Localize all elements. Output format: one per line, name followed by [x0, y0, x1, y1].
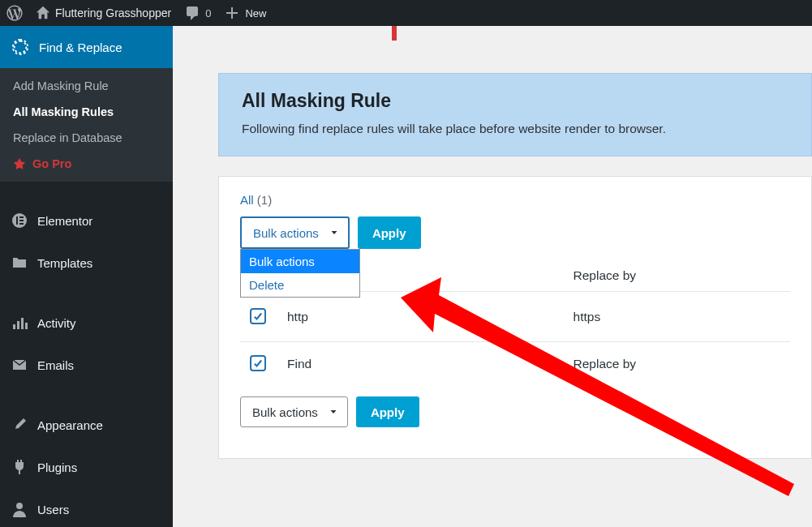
row-checkbox[interactable] [250, 308, 266, 324]
comment-count: 0 [205, 7, 211, 19]
new-content-link[interactable]: New [217, 0, 273, 26]
tab-all-count: (1) [257, 193, 272, 207]
check-icon [252, 311, 264, 322]
sidebar-sub-replace-db[interactable]: Replace in Database [0, 125, 173, 151]
row-find-value: http [277, 292, 564, 342]
plus-icon [224, 5, 240, 21]
column-replace: Replace by [564, 260, 790, 292]
filter-tabs: All (1) [240, 193, 790, 207]
update-marker [392, 26, 397, 41]
svg-rect-8 [25, 323, 28, 329]
brush-icon [11, 417, 28, 433]
sidebar-current-label: Find & Replace [39, 41, 122, 54]
bulk-actions-bottom: Bulk actions Apply [240, 396, 790, 427]
sidebar-item-find-replace[interactable]: Find & Replace [0, 26, 173, 68]
select-all-footer[interactable] [250, 355, 266, 371]
svg-point-9 [16, 503, 23, 509]
svg-rect-3 [19, 220, 24, 221]
svg-rect-5 [13, 324, 15, 329]
user-icon [11, 501, 28, 517]
chevron-down-icon [329, 227, 340, 238]
svg-rect-7 [21, 318, 24, 329]
bulk-actions-top: Bulk actions Bulk actions Delete Apply [240, 216, 790, 249]
sidebar-item-appearance[interactable]: Appearance [0, 404, 173, 446]
page-title: All Masking Rule [242, 90, 788, 112]
home-icon [36, 6, 50, 20]
bulk-option-delete[interactable]: Delete [241, 273, 359, 297]
svg-rect-1 [16, 216, 18, 225]
comments-link[interactable]: 0 [178, 0, 217, 26]
activity-icon [11, 315, 28, 331]
find-replace-icon [11, 38, 29, 56]
new-label: New [245, 7, 266, 19]
sidebar-item-emails[interactable]: Emails [0, 344, 173, 386]
row-replace-value: https [564, 292, 790, 342]
sidebar-sub-all-rules[interactable]: All Masking Rules [0, 99, 173, 125]
comment-icon [184, 5, 200, 21]
sidebar-item-activity[interactable]: Activity [0, 302, 173, 344]
sidebar-item-users[interactable]: Users [0, 488, 173, 527]
apply-button-bottom[interactable]: Apply [356, 396, 419, 427]
folder-icon [11, 255, 28, 271]
sidebar-submenu: Add Masking Rule All Masking Rules Repla… [0, 68, 173, 182]
chevron-down-icon [328, 406, 339, 418]
wp-logo[interactable] [0, 0, 29, 26]
footer-find[interactable]: Find [277, 342, 564, 386]
star-icon [13, 157, 26, 170]
email-icon [11, 357, 28, 373]
bulk-dropdown: Bulk actions Delete [240, 249, 360, 298]
tab-all[interactable]: All [240, 193, 254, 207]
check-icon [252, 358, 264, 369]
page-subtitle: Following find replace rules will take p… [242, 122, 788, 136]
elementor-icon [11, 212, 28, 229]
footer-replace[interactable]: Replace by [564, 342, 790, 386]
sidebar-sub-go-pro[interactable]: Go Pro [0, 151, 173, 177]
svg-rect-2 [19, 216, 24, 218]
page-notice: All Masking Rule Following find replace … [218, 73, 812, 156]
site-home-link[interactable]: Fluttering Grasshopper [29, 0, 178, 26]
bulk-select-top[interactable]: Bulk actions Bulk actions Delete [240, 216, 350, 249]
bulk-select-button[interactable]: Bulk actions [240, 216, 350, 249]
bulk-select-bottom[interactable]: Bulk actions [240, 396, 348, 427]
svg-rect-6 [17, 321, 19, 329]
sidebar-item-plugins[interactable]: Plugins [0, 446, 173, 488]
apply-button-top[interactable]: Apply [358, 216, 421, 249]
sidebar-item-templates[interactable]: Templates [0, 242, 173, 284]
table-row[interactable]: http https [240, 292, 790, 342]
sidebar-sub-add-rule[interactable]: Add Masking Rule [0, 73, 173, 99]
admin-sidebar: Find & Replace Add Masking Rule All Mask… [0, 26, 173, 527]
plugin-icon [11, 459, 28, 475]
sidebar-item-elementor[interactable]: Elementor [0, 199, 173, 242]
bulk-option-bulk-actions[interactable]: Bulk actions [241, 250, 359, 273]
svg-rect-4 [19, 223, 24, 225]
rules-panel: All (1) Bulk actions Bulk actions Delete… [218, 176, 812, 459]
site-title: Fluttering Grasshopper [55, 6, 171, 19]
content-area: All Masking Rule Following find replace … [173, 26, 812, 527]
admin-toolbar: Fluttering Grasshopper 0 New [0, 0, 812, 26]
